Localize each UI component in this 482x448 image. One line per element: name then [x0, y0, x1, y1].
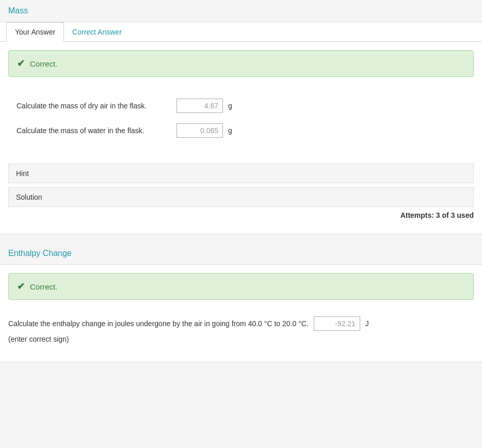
enthalpy-section-header: Enthalpy Change [0, 243, 482, 265]
question-text-water: Calculate the mass of water in the flask… [17, 126, 171, 135]
correct-banner-mass: ✔ Correct. [8, 50, 474, 77]
tab-correct-answer[interactable]: Correct Answer [64, 22, 130, 42]
enthalpy-section-title: Enthalpy Change [8, 249, 72, 258]
mass-section-header: Mass [0, 0, 482, 22]
hint-button[interactable]: Hint [8, 164, 474, 183]
enthalpy-unit: J [365, 319, 369, 328]
enthalpy-question-row: Calculate the enthalpy change in joules … [0, 308, 482, 335]
enthalpy-input[interactable] [314, 316, 360, 331]
checkmark-icon: ✔ [17, 58, 25, 69]
question-text-dry-air: Calculate the mass of dry air in the fla… [17, 102, 171, 110]
question-row-dry-air: Calculate the mass of dry air in the fla… [0, 93, 482, 118]
checkmark-icon-enthalpy: ✔ [17, 281, 25, 292]
correct-banner-enthalpy: ✔ Correct. [8, 273, 474, 300]
mass-section: Mass Your Answer Correct Answer ✔ Correc… [0, 0, 482, 234]
enthalpy-section: Enthalpy Change ✔ Correct. Calculate the… [0, 243, 482, 362]
tabs-bar: Your Answer Correct Answer [0, 22, 482, 42]
correct-text-mass: Correct. [30, 59, 57, 68]
water-input[interactable] [176, 123, 223, 138]
tab-your-answer[interactable]: Your Answer [6, 22, 64, 42]
section-divider [0, 234, 482, 243]
correct-text-enthalpy: Correct. [30, 282, 57, 291]
sign-note: (enter correct sign) [0, 335, 482, 351]
solution-button[interactable]: Solution [8, 187, 474, 207]
mass-section-title: Mass [8, 6, 28, 15]
dry-air-input[interactable] [176, 99, 223, 113]
enthalpy-question-text: Calculate the enthalpy change in joules … [8, 319, 309, 328]
question-row-water: Calculate the mass of water in the flask… [0, 118, 482, 143]
attempts-display: Attempts: 3 of 3 used [0, 207, 482, 223]
water-unit: g [228, 126, 232, 135]
dry-air-unit: g [228, 102, 232, 110]
